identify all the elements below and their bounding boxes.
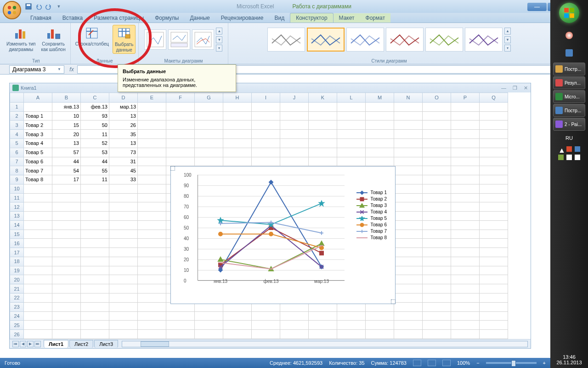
legend-item[interactable]: Товар 4	[356, 209, 387, 214]
gallery-up-icon[interactable]: ▲	[216, 28, 222, 34]
chart-style-3[interactable]	[346, 28, 384, 52]
layout-option-3[interactable]	[192, 29, 214, 50]
minimize-button[interactable]: —	[527, 3, 547, 11]
tray-volume-icon[interactable]	[566, 155, 572, 160]
tab-макет[interactable]: Макет	[334, 13, 360, 23]
sheet-nav-last-icon[interactable]: ⏭	[34, 341, 41, 347]
sheet-nav-prev-icon[interactable]: ◀	[20, 341, 26, 347]
tray-icon-1[interactable]	[566, 146, 572, 152]
sheet-nav-next-icon[interactable]: ▶	[27, 341, 34, 347]
formula-bar-row: Диаграмма 3 ▼ fx	[0, 64, 588, 75]
chart-layouts-gallery[interactable]: ▲▼▾	[141, 25, 225, 54]
sheet-tab-Лист3[interactable]: Лист3	[94, 340, 118, 348]
tab-конструктор[interactable]: Конструктор	[290, 13, 333, 23]
chart-object[interactable]: Товар 1Товар 2Товар 3Товар 4Товар 5Товар…	[170, 166, 396, 304]
chart-style-5[interactable]	[425, 28, 463, 52]
zoom-in-button[interactable]: +	[543, 360, 546, 366]
status-bar: Готово Среднее: 4621,592593 Количество: …	[0, 358, 550, 368]
undo-icon[interactable]	[35, 3, 42, 10]
save-as-template-button[interactable]: Сохранить как шаблон	[39, 25, 67, 53]
zoom-out-button[interactable]: −	[476, 360, 479, 366]
svg-point-2	[8, 11, 11, 14]
system-tray[interactable]: ▲	[555, 146, 583, 160]
start-button[interactable]	[559, 3, 579, 23]
group-label-type: Тип	[5, 58, 68, 64]
sheet-nav-first-icon[interactable]: ⏮	[12, 341, 19, 347]
taskbar-item[interactable]: Постр...	[553, 104, 585, 117]
taskbar-pinned-1[interactable]	[553, 28, 585, 43]
gallery-down-icon[interactable]: ▼	[504, 36, 511, 43]
view-break-icon[interactable]	[442, 360, 451, 366]
workbook-titlebar[interactable]: Книга1 — ❐ ✕	[10, 83, 531, 92]
svg-rect-8	[23, 31, 25, 39]
tray-icon-3[interactable]	[558, 155, 564, 160]
change-chart-type-button[interactable]: Изменить тип диаграммы	[5, 25, 37, 53]
name-box[interactable]: Диаграмма 3 ▼	[9, 65, 64, 74]
view-layout-icon[interactable]	[428, 360, 436, 366]
y-tick-label: 20	[184, 257, 242, 262]
tray-icon-2[interactable]	[575, 146, 580, 152]
tab-формат[interactable]: Формат	[360, 13, 391, 23]
save-icon[interactable]	[25, 3, 32, 10]
wb-minimize-icon[interactable]: —	[501, 85, 506, 91]
taskbar-item[interactable]: 2 - Pai...	[553, 118, 585, 131]
horizontal-scrollbar[interactable]	[122, 341, 528, 347]
taskbar-pinned-2[interactable]	[553, 45, 585, 61]
y-tick-label: 50	[184, 225, 242, 230]
sheet-tab-Лист1[interactable]: Лист1	[44, 340, 68, 348]
tab-главная[interactable]: Главная	[25, 13, 57, 23]
gallery-more-icon[interactable]: ▾	[216, 45, 222, 52]
chart-style-6[interactable]	[465, 28, 503, 52]
taskbar-item[interactable]: Резул...	[553, 76, 585, 89]
switch-row-column-button[interactable]: Строка/столбец	[74, 25, 111, 48]
chart-style-1[interactable]	[267, 28, 305, 52]
y-tick-label: 60	[184, 215, 242, 220]
zoom-slider[interactable]	[486, 362, 537, 364]
legend-item[interactable]: Товар 3	[356, 203, 387, 208]
tray-up-icon[interactable]: ▲	[558, 146, 564, 152]
wb-restore-icon[interactable]: ❐	[513, 85, 517, 91]
gallery-more-icon[interactable]: ▾	[504, 45, 511, 52]
qat-dropdown-icon[interactable]: ▼	[55, 3, 62, 10]
legend-item[interactable]: Товар 1	[356, 190, 387, 195]
sheet-tab-bar: ⏮ ◀ ▶ ⏭ Лист1Лист2Лист3	[10, 339, 531, 348]
wb-close-icon[interactable]: ✕	[524, 85, 528, 91]
chart-style-4[interactable]	[386, 28, 424, 52]
view-normal-icon[interactable]	[413, 360, 421, 366]
legend-item[interactable]: Товар 5	[356, 216, 387, 221]
tab-рецензирование[interactable]: Рецензирование	[215, 13, 269, 23]
gallery-down-icon[interactable]: ▼	[216, 36, 222, 43]
tooltip: Выбрать данные Изменение диапазона данны…	[118, 64, 236, 92]
taskbar-clock[interactable]: 13:46 26.11.2013	[556, 351, 582, 368]
svg-rect-36	[570, 8, 574, 12]
redo-icon[interactable]	[45, 3, 52, 10]
fx-button[interactable]: fx	[66, 66, 77, 73]
legend-item[interactable]: Товар 2	[356, 196, 387, 201]
tab-данные[interactable]: Данные	[184, 13, 215, 23]
legend-item[interactable]: Товар 7	[356, 229, 387, 234]
chart-legend[interactable]: Товар 1Товар 2Товар 3Товар 4Товар 5Товар…	[356, 189, 387, 242]
tab-разметка страницы[interactable]: Разметка страницы	[88, 13, 149, 23]
taskbar-item[interactable]: Постр...	[553, 63, 585, 75]
tab-вставка[interactable]: Вставка	[57, 13, 89, 23]
chart-styles-gallery[interactable]: ▲▼▾	[265, 25, 514, 54]
legend-item[interactable]: Товар 6	[356, 222, 387, 227]
legend-item[interactable]: Товар 8	[356, 235, 387, 240]
group-label-styles: Стили диаграмм	[231, 58, 547, 64]
sheet-tab-Лист2[interactable]: Лист2	[69, 340, 93, 348]
language-indicator[interactable]: RU	[565, 135, 573, 141]
svg-rect-6	[15, 33, 18, 39]
tab-вид[interactable]: Вид	[269, 13, 290, 23]
svg-rect-12	[86, 28, 97, 38]
layout-option-2[interactable]	[168, 29, 190, 50]
x-tick-label: янв.13	[214, 279, 227, 284]
taskbar-item[interactable]: Micro...	[553, 90, 585, 103]
dropdown-icon[interactable]: ▼	[57, 67, 61, 71]
gallery-up-icon[interactable]: ▲	[504, 28, 511, 34]
chart-style-2[interactable]	[307, 28, 345, 52]
tab-формулы[interactable]: Формулы	[149, 13, 184, 23]
office-button[interactable]	[3, 1, 21, 19]
tray-network-icon[interactable]	[575, 155, 580, 160]
select-data-button[interactable]: Выбрать данные	[113, 25, 136, 54]
layout-option-1[interactable]	[144, 29, 166, 50]
